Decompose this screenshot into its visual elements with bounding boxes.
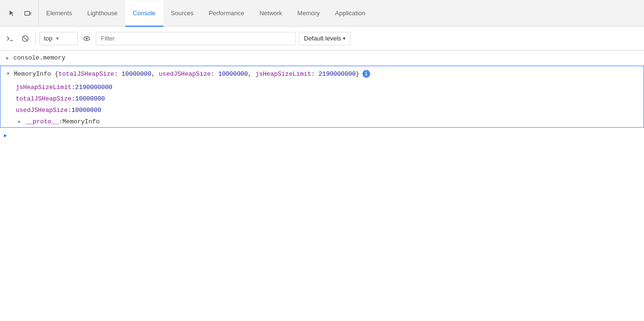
create-live-expression-button[interactable] [4, 32, 16, 45]
property-usedJSHeapSize[interactable]: usedJSHeapSize : 10000000 [16, 104, 644, 116]
devtools-icons [2, 0, 39, 26]
object-header-text: MemoryInfo {totalJSHeapSize: 10000000, u… [14, 70, 360, 78]
eye-icon-button[interactable] [80, 32, 93, 45]
console-input-text: console.memory [13, 54, 65, 61]
svg-line-4 [23, 37, 27, 40]
context-selector[interactable]: top ▾ [40, 32, 78, 45]
proto-expand-icon[interactable]: ▶ [16, 118, 23, 125]
svg-rect-0 [25, 11, 30, 15]
device-toolbar-button[interactable] [21, 7, 34, 20]
default-levels-button[interactable]: Default levels ▾ [299, 32, 351, 45]
console-prompt-line[interactable]: ▶ [0, 128, 644, 143]
tab-performance[interactable]: Performance [201, 0, 252, 27]
memory-info-header-line[interactable]: ▼ MemoryInfo {totalJSHeapSize: 10000000,… [0, 66, 644, 81]
tabs-container: Elements Lighthouse Console Sources Perf… [39, 0, 642, 26]
expand-chevron-icon[interactable]: ▶ [4, 54, 11, 62]
property-totalJSHeapSize[interactable]: totalJSHeapSize : 10000000 [16, 93, 644, 104]
memory-info-object-block: ▼ MemoryInfo {totalJSHeapSize: 10000000,… [0, 66, 644, 128]
info-icon[interactable]: i [362, 70, 370, 78]
tab-network[interactable]: Network [252, 0, 290, 27]
console-input-memory-line[interactable]: ▶ console.memory [0, 50, 644, 66]
object-properties: jsHeapSizeLimit : 2190000000 totalJSHeap… [0, 81, 644, 127]
collapse-chevron-icon[interactable]: ▼ [4, 70, 12, 78]
cursor-tool-button[interactable] [6, 7, 19, 20]
tab-application[interactable]: Application [327, 0, 373, 27]
tab-sources[interactable]: Sources [163, 0, 201, 27]
svg-rect-1 [30, 12, 31, 14]
tab-bar: Elements Lighthouse Console Sources Perf… [0, 0, 644, 27]
tab-console[interactable]: Console [125, 0, 163, 27]
svg-point-6 [86, 38, 88, 40]
console-area: ▶ console.memory ▼ MemoryInfo {totalJSHe… [0, 50, 644, 321]
console-toolbar: top ▾ Default levels ▾ [0, 27, 644, 50]
clear-console-button[interactable] [19, 32, 31, 45]
chevron-down-icon: ▾ [56, 36, 59, 41]
tab-memory[interactable]: Memory [290, 0, 327, 27]
prompt-arrow-icon: ▶ [4, 132, 7, 139]
property-jsHeapSizeLimit[interactable]: jsHeapSizeLimit : 2190000000 [16, 81, 644, 93]
filter-input[interactable] [96, 32, 296, 45]
property-proto[interactable]: ▶ __proto__ : MemoryInfo [16, 116, 644, 127]
default-levels-chevron-icon: ▾ [343, 36, 345, 41]
tab-lighthouse[interactable]: Lighthouse [80, 0, 125, 27]
toolbar-divider-1 [35, 32, 36, 45]
tab-elements[interactable]: Elements [39, 0, 80, 27]
